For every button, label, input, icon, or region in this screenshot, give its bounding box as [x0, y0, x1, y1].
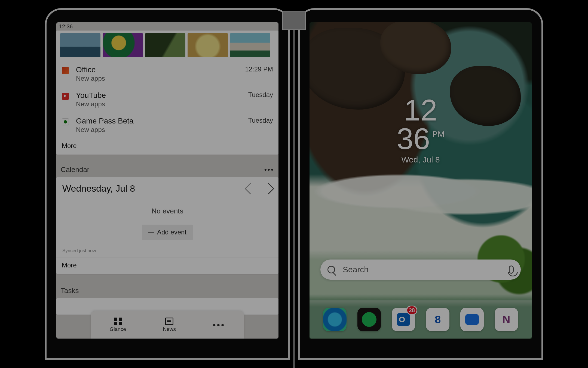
clock-hour: 12 — [397, 96, 444, 125]
wallpaper-rock — [450, 66, 521, 126]
nav-news-tab[interactable]: News — [163, 318, 176, 332]
feed-item-time: Tuesday — [248, 117, 273, 124]
right-pane: 12 36 PM Wed, Jul 8 Search 28 — [298, 8, 543, 360]
feed-item-title: Game Pass Beta — [76, 117, 241, 125]
status-time: 12:36 — [59, 23, 73, 29]
photo-thumbnail[interactable] — [60, 33, 100, 57]
feed-item-subtitle: New apps — [76, 75, 238, 82]
home-screen[interactable]: 12 36 PM Wed, Jul 8 Search 28 — [310, 22, 532, 339]
feed-item-gamepass[interactable]: Game Pass Beta New apps Tuesday — [56, 112, 278, 138]
microphone-icon[interactable] — [509, 266, 514, 274]
dock-app-edge[interactable] — [323, 308, 347, 331]
feed-more-link[interactable]: More — [56, 138, 278, 155]
photo-thumbnail[interactable] — [145, 33, 185, 57]
feed-item-title: YouTube — [76, 91, 241, 100]
clock-ampm: PM — [432, 129, 445, 139]
tasks-section-header: Tasks — [56, 285, 278, 298]
recent-apps-card: Office New apps 12:29 PM YouTube New app… — [56, 31, 278, 155]
status-bar: 12:36 — [56, 22, 278, 31]
youtube-icon — [62, 93, 69, 100]
dual-screen-device: 12:36 Office New apps 12:29 — [38, 8, 550, 368]
power-button[interactable] — [541, 157, 543, 190]
calendar-section-header: Calendar ••• — [56, 165, 278, 177]
dock-app-onenote[interactable] — [495, 308, 518, 331]
hinge-tab — [282, 11, 306, 30]
bottom-nav: Glance News ••• — [91, 311, 244, 339]
search-placeholder: Search — [343, 265, 509, 274]
wallpaper-foam — [310, 164, 532, 219]
calendar-card: Wednesday, Jul 8 No events Add event Syn… — [56, 177, 278, 274]
nav-news-label: News — [163, 326, 176, 332]
plus-icon — [148, 230, 154, 235]
clock-minute: 36 — [397, 125, 430, 153]
left-pane: 12:36 Office New apps 12:29 — [45, 8, 290, 360]
photo-thumbnail[interactable] — [103, 33, 143, 57]
dock-app-calendar[interactable] — [426, 308, 449, 331]
hinge — [293, 25, 295, 368]
dock-app-outlook[interactable]: 28 — [392, 308, 415, 331]
news-icon — [165, 318, 173, 325]
calendar-overflow-icon[interactable]: ••• — [264, 165, 274, 174]
photo-thumbnails-row[interactable] — [56, 31, 278, 61]
add-event-button[interactable]: Add event — [142, 225, 193, 240]
glance-icon — [114, 318, 122, 325]
nav-glance-tab[interactable]: Glance — [110, 318, 126, 332]
calendar-date-label: Wednesday, Jul 8 — [62, 183, 135, 194]
feed-item-time: 12:29 PM — [245, 65, 273, 73]
clock-date: Wed, Jul 8 — [397, 155, 444, 164]
calendar-more-link[interactable]: More — [56, 257, 278, 274]
feed-item-subtitle: New apps — [76, 126, 241, 134]
dock-app-spotify[interactable] — [357, 308, 381, 331]
volume-button[interactable] — [541, 86, 543, 146]
feed-item-office[interactable]: Office New apps 12:29 PM — [56, 61, 278, 87]
photo-thumbnail[interactable] — [230, 33, 270, 57]
nav-overflow-icon[interactable]: ••• — [213, 320, 225, 330]
feed-item-time: Tuesday — [248, 91, 273, 99]
feed-item-youtube[interactable]: YouTube New apps Tuesday — [56, 87, 278, 112]
office-icon — [62, 67, 69, 74]
feed-item-title: Office — [76, 65, 238, 74]
search-bar[interactable]: Search — [320, 260, 521, 280]
add-event-label: Add event — [157, 228, 186, 236]
photo-thumbnail[interactable] — [188, 33, 228, 57]
gamepass-icon — [62, 118, 69, 125]
feed-item-subtitle: New apps — [76, 100, 241, 108]
calendar-no-events-label: No events — [56, 196, 278, 225]
search-icon — [327, 266, 335, 273]
clock-widget[interactable]: 12 36 PM Wed, Jul 8 — [397, 96, 444, 164]
calendar-synced-label: Synced just now — [56, 248, 278, 257]
fingerprint-button[interactable] — [541, 225, 543, 280]
app-dock: 28 — [310, 300, 532, 339]
tasks-section-title: Tasks — [61, 286, 79, 295]
calendar-next-icon[interactable] — [263, 183, 274, 194]
calendar-section-title: Calendar — [61, 165, 90, 174]
dock-app-messages[interactable] — [460, 308, 484, 331]
outlook-badge: 28 — [406, 306, 417, 315]
feed-screen[interactable]: 12:36 Office New apps 12:29 — [56, 22, 278, 339]
calendar-prev-icon[interactable] — [245, 183, 256, 194]
nav-glance-label: Glance — [110, 326, 126, 332]
